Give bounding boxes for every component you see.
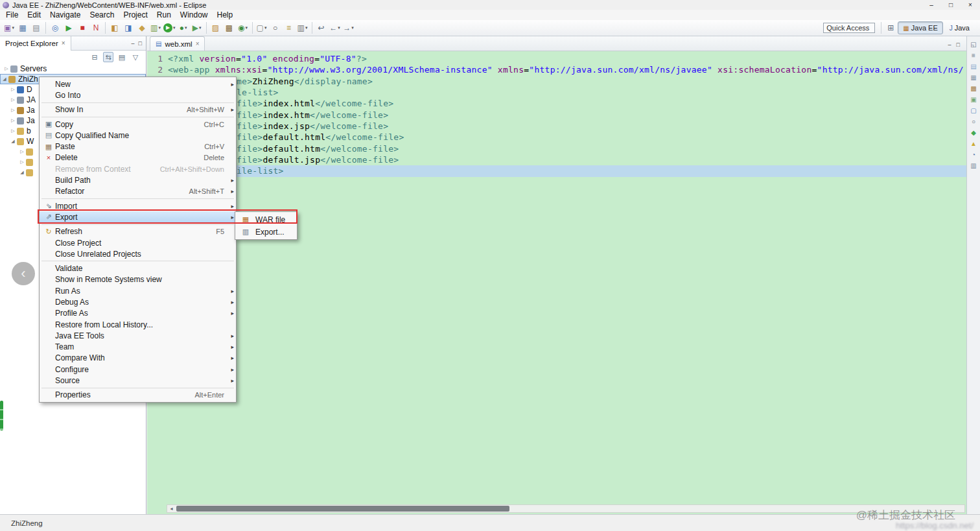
new-servlet-icon[interactable]: ◨ xyxy=(122,21,135,34)
code-line[interactable]: file>default.htm</welcome-file> xyxy=(168,143,966,154)
xml-editor[interactable]: 1234567891011 <?xml version="1.0" encodi… xyxy=(147,51,966,514)
context-menu-item-show-in-remote-systems-view[interactable]: Show in Remote Systems view xyxy=(40,274,236,285)
focus-view-icon[interactable]: ▤ xyxy=(117,52,127,62)
context-menu-item-show-in[interactable]: Show InAlt+Shift+W▸ xyxy=(40,104,236,115)
minimize-button[interactable]: – xyxy=(922,0,941,10)
editor-tab-web-xml[interactable]: ▤ web.xml × xyxy=(150,36,205,51)
tree-collapsed-arrow-icon[interactable]: ▷ xyxy=(3,66,10,71)
search-view-icon[interactable]: ○ xyxy=(968,117,979,126)
context-menu-item-new[interactable]: New▸ xyxy=(40,78,236,89)
code-line[interactable]: ile-list> xyxy=(147,165,966,176)
context-menu-item-close-project[interactable]: Close Project xyxy=(40,237,236,248)
back-overlay-icon[interactable]: ‹ xyxy=(12,262,35,285)
terminate-icon[interactable]: ■ xyxy=(76,21,89,34)
close-button[interactable]: × xyxy=(961,0,980,10)
progress-view-icon[interactable]: ◔ xyxy=(968,150,979,159)
context-menu-item-profile-as[interactable]: Profile As▸ xyxy=(40,308,236,319)
tree-expanded-arrow-icon[interactable]: ◢ xyxy=(1,77,8,82)
context-menu-item-team[interactable]: Team▸ xyxy=(40,342,236,353)
maximize-view-icon[interactable]: □ xyxy=(139,40,142,47)
context-menu-item-paste[interactable]: ▦PasteCtrl+V xyxy=(40,141,236,152)
tree-collapsed-arrow-icon[interactable]: ▷ xyxy=(9,108,17,113)
project-explorer-tab[interactable]: Project Explorer × xyxy=(0,36,71,51)
maximize-editor-icon[interactable]: □ xyxy=(957,41,960,48)
context-menu-item-copy[interactable]: ▣CopyCtrl+C xyxy=(40,119,236,130)
scroll-left-icon[interactable]: ◂ xyxy=(167,505,176,512)
context-menu-item-validate[interactable]: Validate xyxy=(40,263,236,274)
tree-collapsed-arrow-icon[interactable]: ▷ xyxy=(18,149,26,154)
minimize-editor-icon[interactable]: – xyxy=(948,41,951,48)
menubar-item-run[interactable]: Run xyxy=(152,10,176,20)
horizontal-scrollbar[interactable]: ◂ xyxy=(167,504,965,513)
open-perspective-icon[interactable]: ⊞ xyxy=(887,23,894,32)
context-menu-item-import[interactable]: ⇘Import▸ xyxy=(40,200,236,211)
context-menu-item-delete[interactable]: ×DeleteDelete xyxy=(40,152,236,163)
resume-icon[interactable]: ▶ xyxy=(62,21,75,34)
code-line[interactable]: file>index.htm</welcome-file> xyxy=(168,110,966,121)
context-menu-item-go-into[interactable]: Go Into xyxy=(40,89,236,100)
scrollbar-thumb[interactable] xyxy=(176,506,509,512)
outline-view-icon[interactable]: ≡ xyxy=(968,51,979,60)
link-with-editor-icon[interactable]: ⇆ xyxy=(103,52,113,62)
context-menu-item-copy-qualified-name[interactable]: ▤Copy Qualified Name xyxy=(40,130,236,141)
context-menu-item-compare-with[interactable]: Compare With▸ xyxy=(40,353,236,364)
annotations-icon[interactable]: ▥▾ xyxy=(296,21,309,34)
snippets-view-icon[interactable]: ▣ xyxy=(968,95,979,104)
close-tab-icon[interactable]: × xyxy=(196,40,200,47)
forward-icon[interactable]: →▾ xyxy=(342,21,355,34)
context-menu-item-properties[interactable]: PropertiesAlt+Enter xyxy=(40,390,236,401)
context-menu-item-run-as[interactable]: Run As▸ xyxy=(40,285,236,296)
tree-collapsed-arrow-icon[interactable]: ▷ xyxy=(9,97,17,102)
servers-view-icon[interactable]: ▦ xyxy=(968,73,979,82)
context-menu-item-debug-as[interactable]: Debug As▸ xyxy=(40,296,236,307)
bookmarks-view-icon[interactable]: ◆ xyxy=(968,128,979,137)
context-menu-item-configure[interactable]: Configure▸ xyxy=(40,364,236,375)
code-line[interactable]: <web-app xmlns:xsi="http://www.w3.org/20… xyxy=(168,64,966,75)
new-class-icon[interactable]: ◉▾ xyxy=(237,21,250,34)
search-icon[interactable]: ○ xyxy=(269,21,282,34)
menubar-item-project[interactable]: Project xyxy=(119,10,152,20)
minimize-view-icon[interactable]: – xyxy=(132,40,135,47)
external-tools-icon[interactable]: ▶▾ xyxy=(191,21,204,34)
tree-collapsed-arrow-icon[interactable]: ▷ xyxy=(9,87,17,92)
context-menu-item-build-path[interactable]: Build Path▸ xyxy=(40,174,236,185)
save-icon[interactable]: ▦ xyxy=(16,21,29,34)
tasks-view-icon[interactable]: ▤ xyxy=(968,62,979,71)
problems-view-icon[interactable]: ▲ xyxy=(968,139,979,148)
submenu-item-export[interactable]: ▥Export... xyxy=(235,226,297,238)
last-edit-location-icon[interactable]: ↩ xyxy=(315,21,328,34)
print-icon[interactable]: ▤ xyxy=(30,21,43,34)
code-line[interactable]: file>default.jsp</welcome-file> xyxy=(168,154,966,165)
code-line[interactable]: file>index.jsp</welcome-file> xyxy=(168,121,966,132)
back-icon[interactable]: ←▾ xyxy=(329,21,342,34)
menubar-item-file[interactable]: File xyxy=(1,10,23,20)
open-task-icon[interactable]: ▢▾ xyxy=(255,21,268,34)
skip-breakpoints-icon[interactable]: ◎ xyxy=(49,21,62,34)
view-menu-icon[interactable]: ▽ xyxy=(130,52,141,62)
perspective-java[interactable]: JJava xyxy=(944,21,975,34)
code-line[interactable]: file>default.html</welcome-file> xyxy=(168,132,966,143)
code-line[interactable]: me>ZhiZheng</display-name> xyxy=(168,76,966,87)
menubar-item-window[interactable]: Window xyxy=(176,10,213,20)
run-icon[interactable]: ▶▾ xyxy=(163,21,176,34)
menubar-item-search[interactable]: Search xyxy=(85,10,119,20)
new-wizard-icon[interactable]: ▣▾ xyxy=(3,21,16,34)
relaunch-icon[interactable]: N xyxy=(89,21,102,34)
new-java-ee-project-icon[interactable]: ◧ xyxy=(108,21,121,34)
quick-access-input[interactable]: Quick Access xyxy=(823,23,875,33)
tree-item-servers[interactable]: ▷Servers xyxy=(0,64,146,74)
menubar-item-navigate[interactable]: Navigate xyxy=(45,10,85,20)
maximize-button[interactable]: □ xyxy=(941,0,961,10)
menubar-item-help[interactable]: Help xyxy=(213,10,238,20)
new-session-bean-icon[interactable]: ◆ xyxy=(135,21,148,34)
context-menu-item-java-ee-tools[interactable]: Java EE Tools▸ xyxy=(40,330,236,341)
console-view-icon[interactable]: ▢ xyxy=(968,106,979,115)
perspective-java-ee[interactable]: ▦Java EE xyxy=(898,21,942,34)
code-line[interactable]: file>index.html</welcome-file> xyxy=(168,98,966,109)
context-menu-item-source[interactable]: Source▸ xyxy=(40,375,236,386)
close-view-icon[interactable]: × xyxy=(62,40,65,47)
datasource-view-icon[interactable]: ▩ xyxy=(968,84,979,93)
tree-expanded-arrow-icon[interactable]: ◢ xyxy=(9,139,17,144)
context-menu-item-close-unrelated-projects[interactable]: Close Unrelated Projects xyxy=(40,248,236,259)
new-java-project-icon[interactable]: ▨ xyxy=(209,21,222,34)
